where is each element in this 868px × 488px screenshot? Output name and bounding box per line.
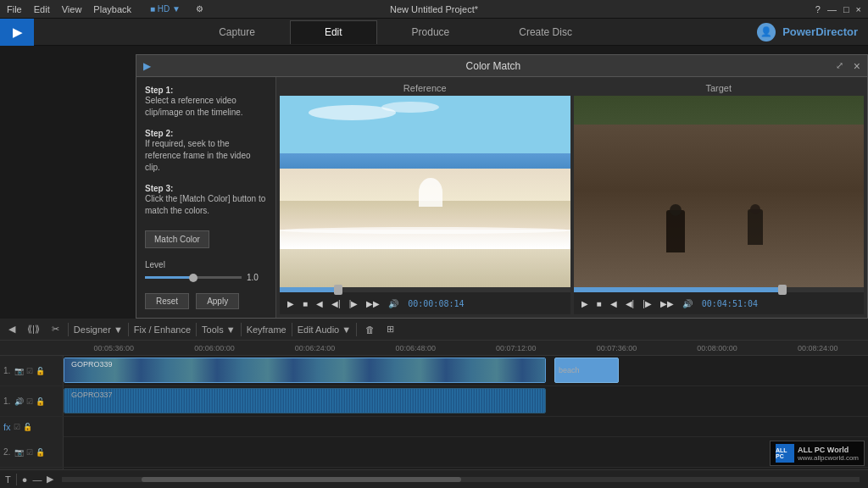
dialog-expand-icon[interactable]: ⤢ bbox=[836, 60, 843, 71]
step3-label: Step 3: bbox=[145, 184, 267, 193]
delete-btn[interactable]: 🗑 bbox=[362, 323, 378, 336]
tab-produce[interactable]: Produce bbox=[377, 20, 485, 44]
keyframe-label: Keyframe bbox=[247, 324, 287, 335]
tab-create-disc[interactable]: Create Disc bbox=[484, 20, 607, 44]
designer-dropdown[interactable]: Designer ▼ bbox=[74, 324, 123, 335]
fx-track-content[interactable] bbox=[64, 417, 868, 436]
reference-label: Reference bbox=[280, 80, 570, 96]
track1-video-controls: 1. 📷 ☑ 🔓 bbox=[0, 356, 64, 385]
menu-file[interactable]: File bbox=[7, 4, 22, 14]
bottom-next-icon[interactable]: ▶ bbox=[47, 474, 53, 485]
minimize-icon[interactable]: — bbox=[827, 4, 837, 14]
nav-right: 👤 PowerDirector bbox=[757, 23, 868, 42]
target-person2 bbox=[748, 209, 763, 245]
ref-prev-frame-button[interactable]: ◀| bbox=[329, 297, 343, 310]
ref-skip-forward-button[interactable]: ▶▶ bbox=[364, 297, 382, 310]
menu-edit[interactable]: Edit bbox=[34, 4, 50, 14]
reference-scrubber[interactable] bbox=[280, 287, 570, 292]
ref-play-button[interactable]: ▶ bbox=[285, 297, 297, 310]
reset-button[interactable]: Reset bbox=[145, 293, 189, 309]
clip-gopro339[interactable]: GOPRO339 bbox=[64, 358, 546, 383]
target-scrubber[interactable] bbox=[574, 287, 865, 292]
brand-label: PowerDirector bbox=[782, 25, 858, 38]
timeline-scrollbar[interactable] bbox=[62, 477, 860, 482]
track2-num: 2. bbox=[3, 447, 12, 457]
target-skip-forward-button[interactable]: ▶▶ bbox=[658, 297, 676, 310]
match-color-button[interactable]: Match Color bbox=[145, 230, 209, 248]
track1-audio-mute[interactable]: ☑ bbox=[26, 397, 33, 406]
ruler-mark-2: 00:06:24:00 bbox=[264, 344, 365, 352]
ruler-mark-0: 00:05:36:00 bbox=[64, 344, 164, 352]
edit-audio-dropdown[interactable]: Edit Audio ▼ bbox=[298, 324, 351, 335]
dialog-titlebar: ▶ Color Match ⤢ × bbox=[136, 55, 867, 77]
dialog-body: Step 1: Select a reference video clip/im… bbox=[136, 77, 867, 318]
tab-capture[interactable]: Capture bbox=[184, 20, 290, 44]
fx-lock[interactable]: 🔓 bbox=[23, 423, 32, 431]
track1-audio-controls: 1. 🔊 ☑ 🔓 bbox=[0, 386, 64, 416]
user-avatar[interactable]: 👤 bbox=[757, 23, 776, 42]
menu-view[interactable]: View bbox=[62, 4, 82, 14]
reference-preview bbox=[280, 96, 570, 287]
level-value: 1.0 bbox=[247, 273, 267, 282]
toolbar-sep3 bbox=[196, 323, 197, 336]
help-icon[interactable]: ? bbox=[815, 4, 821, 14]
ref-stop-button[interactable]: ■ bbox=[300, 297, 310, 310]
track1-audio-lock[interactable]: 🔓 bbox=[36, 397, 45, 406]
track1-audio-content[interactable]: GOPRO337 bbox=[64, 386, 868, 416]
apply-button[interactable]: Apply bbox=[196, 293, 239, 309]
bottom-prev-icon[interactable]: — bbox=[32, 474, 42, 485]
track2-video-content[interactable] bbox=[64, 437, 868, 467]
clip-small[interactable]: beach bbox=[554, 358, 619, 383]
timeline-cut-btn[interactable]: ✂ bbox=[48, 322, 63, 336]
dialog-close-button[interactable]: × bbox=[854, 59, 860, 73]
timeline-split-btn[interactable]: ⟪|⟫ bbox=[24, 322, 43, 336]
menu-bar: File Edit View Playback ■ HD ▼ ⚙ New Unt… bbox=[0, 0, 868, 19]
ruler-mark-3: 00:06:48:00 bbox=[365, 344, 466, 352]
menu-playback[interactable]: Playback bbox=[93, 4, 131, 14]
slider-row: 1.0 bbox=[145, 273, 267, 282]
target-prev-frame-button[interactable]: ◀| bbox=[623, 297, 637, 310]
steps-panel: Step 1: Select a reference video clip/im… bbox=[136, 77, 276, 318]
timeline-area: ◀ ⟪|⟫ ✂ Designer ▼ Fix / Enhance Tools ▼… bbox=[0, 319, 868, 488]
level-slider[interactable] bbox=[145, 276, 242, 279]
toolbar-sep1 bbox=[68, 323, 69, 336]
track1-mute-icon[interactable]: ☑ bbox=[26, 367, 33, 375]
close-icon[interactable]: × bbox=[856, 4, 861, 14]
ref-next-frame-button[interactable]: |▶ bbox=[347, 297, 361, 310]
track1-video-content[interactable]: GOPRO339 beach bbox=[64, 356, 868, 385]
bottom-play-icon[interactable]: ● bbox=[22, 474, 28, 485]
window-controls: ? — □ × bbox=[815, 4, 861, 14]
track2-lock-icon[interactable]: 🔓 bbox=[36, 448, 45, 457]
track1-num: 1. bbox=[3, 366, 12, 375]
target-volume-button[interactable]: 🔊 bbox=[680, 297, 695, 310]
target-panel: Target bbox=[574, 80, 865, 314]
settings-icon[interactable]: ⚙ bbox=[196, 4, 203, 14]
fx-mute[interactable]: ☑ bbox=[14, 423, 20, 431]
ref-rewind-button[interactable]: ◀ bbox=[314, 297, 326, 310]
group-btn[interactable]: ⊞ bbox=[383, 322, 398, 336]
fx-controls: fx ☑ 🔓 bbox=[0, 417, 64, 437]
clip-small-label: beach bbox=[555, 366, 583, 374]
ruler-mark-5: 00:07:36:00 bbox=[566, 344, 667, 352]
timeline-back-btn[interactable]: ◀ bbox=[5, 322, 19, 336]
target-play-button[interactable]: ▶ bbox=[579, 297, 591, 310]
timeline-ruler: 00:05:36:00 00:06:00:00 00:06:24:00 00:0… bbox=[0, 341, 868, 356]
tools-dropdown[interactable]: Tools ▼ bbox=[202, 324, 236, 335]
fix-enhance-dropdown[interactable]: Fix / Enhance bbox=[134, 324, 191, 335]
maximize-icon[interactable]: □ bbox=[843, 4, 849, 14]
track2-mute-icon[interactable]: ☑ bbox=[26, 448, 33, 457]
dialog-title: Color Match bbox=[156, 60, 831, 72]
track1-lock-icon[interactable]: 🔓 bbox=[36, 367, 45, 375]
scrollbar-thumb[interactable] bbox=[142, 477, 460, 482]
clip-gopro337-audio[interactable]: GOPRO337 bbox=[64, 388, 546, 413]
ruler-mark-6: 00:08:00:00 bbox=[667, 344, 768, 352]
tab-edit[interactable]: Edit bbox=[290, 20, 377, 44]
target-controls: ▶ ■ ◀ ◀| |▶ ▶▶ 🔊 00:04:51:04 bbox=[574, 292, 865, 314]
ref-volume-button[interactable]: 🔊 bbox=[386, 297, 401, 310]
target-rewind-button[interactable]: ◀ bbox=[608, 297, 620, 310]
track-2-video: 2. 📷 ☑ 🔓 bbox=[0, 437, 868, 468]
level-label: Level bbox=[145, 260, 267, 269]
target-next-frame-button[interactable]: |▶ bbox=[640, 297, 654, 310]
target-stop-button[interactable]: ■ bbox=[594, 297, 604, 310]
bottom-buttons: Reset Apply bbox=[145, 293, 267, 309]
